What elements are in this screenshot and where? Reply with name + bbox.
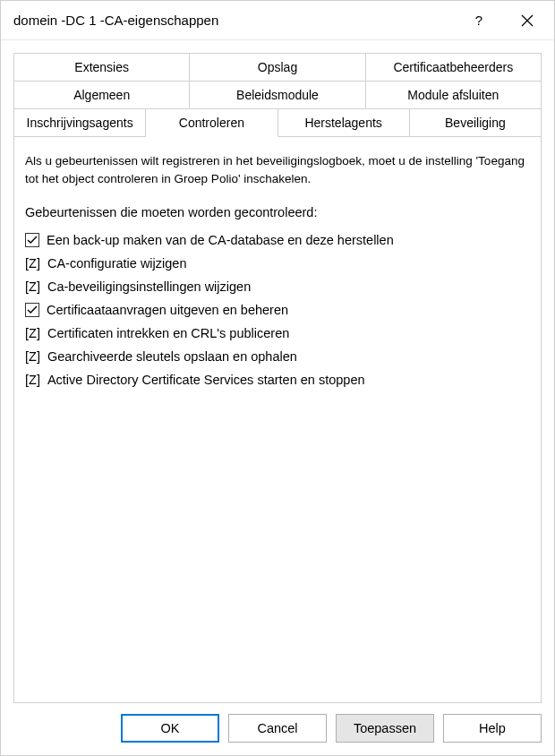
audit-item-ca-config[interactable]: [Z] CA-configuratie wijzigen (25, 252, 530, 275)
audit-item-ca-security[interactable]: [Z] Ca-beveiligingsinstellingen wijzigen (25, 275, 530, 298)
button-label: Toepassen (354, 721, 416, 735)
tab-policy-module[interactable]: Beleidsmodule (190, 82, 365, 109)
dialog-body: Extensies Opslag Certificaatbeheerders A… (1, 40, 554, 703)
tab-label: Beveiliging (445, 116, 506, 130)
tab-label: Opslag (258, 60, 297, 74)
tab-panel-auditing: Als u gebeurtenissen wilt registreren in… (13, 136, 542, 703)
audit-item-start-stop[interactable]: [Z] Active Directory Certificate Service… (25, 368, 530, 391)
tab-recovery-agents[interactable]: Herstelagents (278, 109, 410, 137)
tab-exit-module[interactable]: Module afsluiten (366, 82, 542, 109)
tab-general[interactable]: Algemeen (13, 82, 190, 109)
tab-extensions[interactable]: Extensies (13, 53, 190, 82)
titlebar: domein -DC 1 -CA-eigenschappen ? (1, 1, 554, 40)
checkbox-icon[interactable] (25, 303, 39, 317)
button-label: OK (161, 721, 180, 735)
audit-item-issue-manage[interactable]: Certificaataanvragen uitgeven en beheren (25, 298, 530, 322)
tab-label: Module afsluiten (407, 88, 499, 102)
ok-button[interactable]: OK (121, 714, 219, 743)
audit-group-label: Gebeurtenissen die moeten worden gecontr… (25, 205, 530, 219)
audit-item-label: CA-configuratie wijzigen (47, 256, 187, 271)
tab-storage[interactable]: Opslag (190, 53, 365, 82)
help-button[interactable]: ? (463, 4, 495, 37)
tab-security[interactable]: Beveiliging (410, 109, 542, 137)
apply-button[interactable]: Toepassen (336, 714, 434, 743)
audit-item-label: Een back-up maken van de CA-database en … (47, 233, 394, 247)
audit-item-label: Active Directory Certificate Services st… (47, 373, 365, 387)
dialog-button-row: OK Cancel Toepassen Help (1, 703, 554, 755)
close-icon (521, 14, 534, 27)
audit-item-revoke-publish[interactable]: [Z] Certificaten intrekken en CRL's publ… (25, 322, 530, 345)
mixed-state-marker: [Z] (25, 279, 40, 294)
mixed-state-marker: [Z] (25, 256, 40, 271)
help-button-bottom[interactable]: Help (443, 714, 542, 743)
tab-row-3: Inschrijvingsagents Controleren Herstela… (13, 109, 542, 137)
tab-label: Extensies (74, 60, 129, 74)
audit-item-label: Certificaten intrekken en CRL's publicer… (47, 326, 289, 340)
cancel-button[interactable]: Cancel (228, 714, 327, 743)
mixed-state-marker: [Z] (25, 349, 40, 364)
window-title: domein -DC 1 -CA-eigenschappen (13, 13, 463, 28)
audit-item-label: Certificaataanvragen uitgeven en beheren (47, 303, 288, 317)
info-text: Als u gebeurtenissen wilt registreren in… (25, 152, 530, 189)
tab-label: Beleidsmodule (236, 88, 319, 102)
button-label: Help (479, 721, 506, 735)
tab-label: Controleren (179, 116, 244, 130)
close-button[interactable] (511, 4, 543, 37)
tab-cert-managers[interactable]: Certificaatbeheerders (366, 53, 542, 82)
audit-list: Een back-up maken van de CA-database en … (25, 228, 530, 391)
audit-item-label: Ca-beveiligingsinstellingen wijzigen (47, 279, 251, 294)
tab-label: Algemeen (73, 88, 130, 102)
mixed-state-marker: [Z] (25, 373, 40, 387)
tab-row-2: Algemeen Beleidsmodule Module afsluiten (13, 82, 542, 109)
tab-enrollment-agents[interactable]: Inschrijvingsagents (13, 109, 146, 137)
tab-label: Herstelagents (304, 116, 381, 130)
tab-label: Certificaatbeheerders (393, 60, 513, 74)
tab-label: Inschrijvingsagents (27, 116, 133, 130)
dialog-window: domein -DC 1 -CA-eigenschappen ? Extensi… (0, 0, 555, 756)
checkbox-icon[interactable] (25, 233, 39, 247)
mixed-state-marker: [Z] (25, 326, 40, 340)
tab-strip: Extensies Opslag Certificaatbeheerders A… (13, 53, 542, 137)
audit-item-label: Gearchiveerde sleutels opslaan en ophale… (47, 349, 297, 364)
tab-row-1: Extensies Opslag Certificaatbeheerders (13, 53, 542, 82)
tab-auditing[interactable]: Controleren (146, 109, 278, 137)
button-label: Cancel (257, 721, 297, 735)
audit-item-archived-keys[interactable]: [Z] Gearchiveerde sleutels opslaan en op… (25, 345, 530, 368)
audit-item-backup-restore[interactable]: Een back-up maken van de CA-database en … (25, 228, 530, 252)
